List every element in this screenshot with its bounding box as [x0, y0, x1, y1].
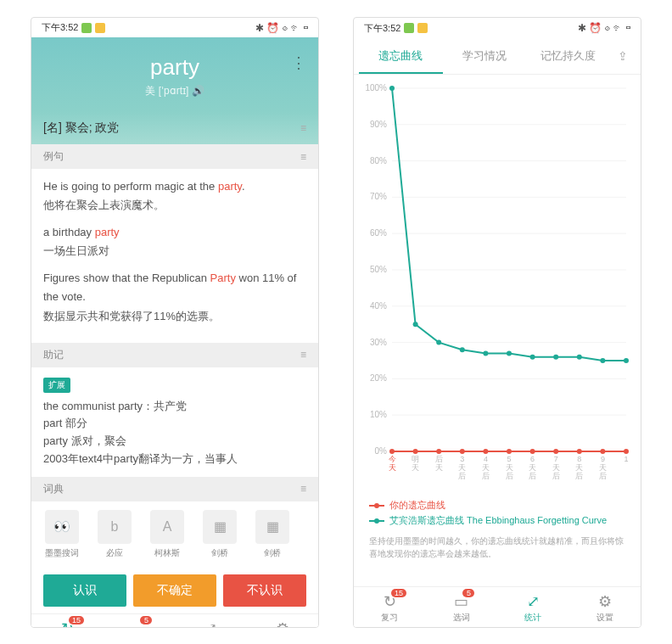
example-zh: 数据显示共和党获得了11%的选票。	[43, 307, 306, 326]
know-button[interactable]: 认识	[43, 574, 126, 607]
nav-icon: ▭	[104, 619, 176, 628]
svg-text:7: 7	[554, 455, 558, 463]
share-icon[interactable]: ⇪	[610, 49, 636, 63]
notknow-button[interactable]: 不认识	[223, 574, 306, 607]
svg-point-58	[577, 355, 582, 360]
nav-label: 设置	[569, 612, 641, 624]
tab-study-status[interactable]: 学习情况	[443, 38, 527, 74]
legend-ebb-label: 艾宾浩斯遗忘曲线 The Ebbinghaus Forgetting Curve	[389, 514, 607, 527]
dictionary-item[interactable]: 👀墨墨搜词	[38, 510, 86, 559]
svg-text:80%: 80%	[370, 156, 387, 165]
svg-text:9: 9	[601, 455, 605, 463]
nav-badge: 5	[462, 589, 474, 597]
svg-point-53	[460, 347, 465, 352]
dictionary-item[interactable]: A柯林斯	[143, 510, 191, 559]
example-zh: 一场生日派对	[43, 242, 306, 260]
svg-point-71	[624, 449, 629, 454]
dict-label: 剑桥	[249, 547, 296, 559]
svg-text:20%: 20%	[370, 373, 387, 383]
nav-label: 复习	[354, 612, 426, 624]
svg-point-61	[389, 449, 395, 454]
section-dicts-label: 词典	[43, 482, 64, 496]
dictionary-item[interactable]: ▦剑桥	[249, 510, 296, 559]
nav-badge: 15	[69, 616, 84, 624]
status-dot-yellow	[95, 23, 105, 33]
nav-设置[interactable]: ⚙设置	[569, 587, 641, 627]
svg-point-66	[507, 449, 512, 454]
dictionary-row: 👀墨墨搜词b必应A柯林斯▦剑桥▦剑桥	[31, 501, 318, 568]
svg-text:3: 3	[460, 455, 464, 463]
svg-point-68	[553, 449, 558, 454]
sort-icon[interactable]: ≡	[300, 151, 306, 163]
nav-统计[interactable]: ⤢统计	[175, 614, 247, 628]
svg-text:后: 后	[435, 455, 443, 463]
status-time: 下午3:52	[42, 21, 78, 34]
dict-label: 柯林斯	[143, 547, 191, 559]
nav-label: 选词	[426, 612, 498, 624]
dict-icon: 👀	[45, 510, 79, 544]
example-en: He is going to perform magic at the part…	[43, 177, 306, 196]
definition-text: [名] 聚会; 政党	[43, 120, 119, 136]
svg-text:天: 天	[552, 463, 560, 472]
nav-icon: ⤢	[497, 592, 569, 611]
nav-icon: ▭	[426, 592, 498, 611]
more-icon[interactable]: ⋮	[291, 61, 306, 64]
dictionary-item[interactable]: ▦剑桥	[196, 510, 244, 559]
status-dot-yellow	[417, 23, 428, 33]
svg-text:天: 天	[412, 463, 419, 472]
tab-forgetting-curve[interactable]: 遗忘曲线	[359, 38, 443, 74]
svg-text:40%: 40%	[370, 301, 387, 311]
chart-container: 0%10%20%30%40%50%60%70%80%90%100%今天明天后天3…	[354, 75, 641, 499]
example-en: Figures show that the Republican Party w…	[43, 269, 306, 306]
svg-text:天: 天	[529, 463, 536, 472]
stats-tabs: 遗忘曲线 学习情况 记忆持久度 ⇪	[354, 38, 641, 75]
mnemonic-line: part 部分	[43, 415, 306, 433]
svg-text:4: 4	[484, 455, 488, 463]
dictionary-item[interactable]: b必应	[91, 510, 138, 559]
svg-point-52	[436, 340, 441, 345]
svg-text:天: 天	[389, 463, 396, 472]
phone-left: 下午3:52 ✱ ⏰ ⊘ ᯤ ▭ party 美 [ˈpɑrtɪ] 🔊 ⋮ [名…	[31, 17, 319, 628]
svg-text:明: 明	[412, 455, 419, 463]
svg-text:后: 后	[575, 472, 583, 480]
bottom-nav: 15↻复习5▭选词⤢统计⚙设置	[31, 613, 318, 628]
svg-point-62	[413, 449, 418, 454]
unsure-button[interactable]: 不确定	[133, 574, 216, 607]
svg-point-69	[577, 449, 582, 454]
nav-badge: 5	[140, 616, 152, 624]
nav-选词[interactable]: 5▭选词	[104, 614, 176, 628]
status-time: 下午3:52	[364, 22, 400, 35]
nav-选词[interactable]: 5▭选词	[426, 587, 498, 627]
section-dicts-head: 词典 ≡	[31, 477, 318, 501]
legend-your-label: 你的遗忘曲线	[389, 499, 445, 512]
nav-复习[interactable]: 15↻复习	[354, 587, 426, 627]
status-bar: 下午3:52 ✱ ⏰ ⊘ ᯤ ▭	[31, 18, 318, 37]
sort-icon[interactable]: ≡	[300, 349, 306, 361]
nav-设置[interactable]: ⚙设置	[247, 614, 319, 628]
tab-retention[interactable]: 记忆持久度	[526, 38, 610, 74]
legend-swatch-icon	[369, 520, 384, 522]
mnemonic-line: 2003年text4中party翻译为一方，当事人	[43, 451, 306, 468]
svg-text:后: 后	[506, 472, 513, 480]
section-mnemonic-label: 助记	[43, 348, 64, 362]
svg-text:天: 天	[435, 463, 443, 472]
svg-text:天: 天	[482, 463, 490, 472]
sort-icon[interactable]: ≡	[300, 122, 306, 134]
svg-point-50	[389, 86, 395, 91]
svg-text:今: 今	[389, 455, 396, 463]
svg-point-54	[483, 350, 488, 356]
dict-label: 剑桥	[196, 547, 244, 559]
svg-text:50%: 50%	[370, 265, 387, 274]
svg-text:60%: 60%	[370, 228, 387, 238]
nav-复习[interactable]: 15↻复习	[31, 614, 104, 628]
svg-point-64	[460, 449, 465, 454]
nav-统计[interactable]: ⤢统计	[497, 587, 569, 627]
nav-icon: ⤢	[175, 619, 247, 628]
svg-text:6: 6	[530, 455, 535, 463]
tag-extension: 扩展	[43, 378, 70, 393]
svg-text:1: 1	[624, 455, 628, 463]
status-bar: 下午3:52 ✱ ⏰ ⊘ ᯤ ▭	[354, 18, 641, 38]
sort-icon[interactable]: ≡	[300, 483, 306, 495]
pronunciation[interactable]: 美 [ˈpɑrtɪ] 🔊	[40, 84, 310, 98]
bottom-nav: 15↻复习5▭选词⤢统计⚙设置	[354, 586, 641, 627]
